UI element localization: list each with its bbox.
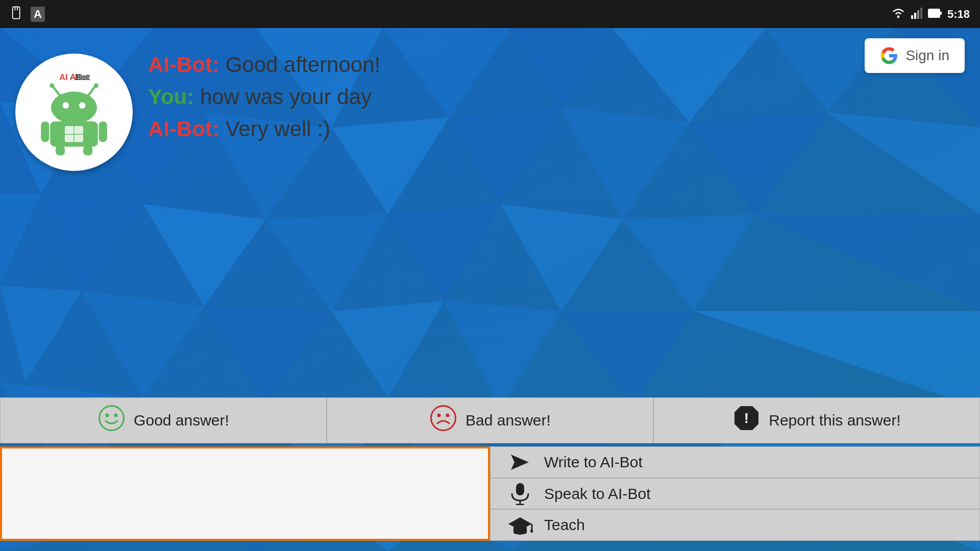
svg-rect-64 — [41, 121, 49, 142]
avatar: AI - Bot AI - Bot — [15, 54, 133, 171]
message-text-3: Very well :) — [226, 117, 330, 141]
send-arrow-icon — [506, 452, 534, 472]
good-answer-button[interactable]: Good answer! — [0, 397, 327, 443]
microphone-icon — [506, 482, 534, 505]
svg-point-72 — [106, 413, 109, 417]
message-text-2: how was your day — [200, 85, 372, 109]
message-input[interactable] — [0, 446, 490, 541]
message-2: You: how was your day — [148, 81, 949, 113]
signin-label: Sign in — [905, 47, 949, 64]
accessibility-icon: A — [31, 7, 45, 22]
input-row: Write to AI-Bot Speak to AI-Bot — [0, 446, 980, 541]
battery-icon — [928, 7, 942, 21]
svg-rect-65 — [99, 121, 107, 142]
svg-rect-51 — [940, 12, 942, 15]
svg-rect-67 — [83, 145, 92, 156]
bad-answer-label: Bad answer! — [465, 412, 551, 429]
svg-point-60 — [51, 92, 97, 124]
svg-point-76 — [446, 413, 450, 417]
svg-rect-47 — [914, 13, 916, 19]
report-answer-button[interactable]: ! Report this answer! — [653, 397, 980, 443]
svg-rect-42 — [13, 7, 20, 18]
write-to-aibot-label: Write to AI-Bot — [544, 454, 643, 471]
svg-rect-48 — [917, 10, 919, 19]
main-content: AI - Bot AI - Bot — [0, 28, 980, 551]
messages: AI-Bot: Good afternoon! You: how was you… — [133, 43, 965, 150]
speak-to-aibot-button[interactable]: Speak to AI-Bot — [490, 478, 980, 510]
aibot-label-1: AI-Bot: — [148, 53, 219, 77]
svg-point-57 — [50, 83, 54, 88]
svg-rect-49 — [920, 8, 922, 19]
message-3: AI-Bot: Very well :) — [148, 113, 949, 145]
svg-point-45 — [897, 15, 900, 18]
svg-rect-46 — [911, 15, 913, 19]
signin-button[interactable]: Sign in — [865, 38, 965, 73]
svg-point-85 — [530, 530, 533, 533]
action-buttons-row: Good answer! Bad answer! — [0, 397, 980, 443]
you-label-1: You: — [148, 85, 194, 109]
svg-rect-66 — [56, 145, 65, 156]
status-bar: A — [0, 0, 980, 28]
bad-answer-button[interactable]: Bad answer! — [327, 397, 653, 443]
svg-point-74 — [431, 406, 456, 430]
svg-rect-80 — [516, 483, 524, 495]
wifi-icon — [891, 7, 905, 21]
svg-text:AI - Bot: AI - Bot — [59, 72, 89, 82]
google-icon — [880, 46, 898, 65]
svg-line-56 — [54, 87, 61, 96]
teach-label: Teach — [544, 516, 585, 534]
svg-point-62 — [79, 102, 86, 109]
svg-text:!: ! — [744, 410, 749, 426]
svg-point-73 — [114, 413, 118, 417]
smiley-happy-icon — [97, 404, 126, 437]
smiley-sad-icon — [429, 404, 457, 437]
svg-point-59 — [94, 83, 99, 88]
svg-point-71 — [100, 406, 124, 430]
status-bar-left: A — [10, 6, 45, 22]
svg-rect-52 — [929, 10, 939, 17]
teach-button[interactable]: Teach — [490, 509, 980, 541]
svg-line-58 — [88, 87, 95, 96]
graduation-cap-icon — [506, 515, 534, 535]
good-answer-label: Good answer! — [134, 412, 229, 429]
bottom-panel: Good answer! Bad answer! — [0, 397, 980, 551]
side-buttons: Write to AI-Bot Speak to AI-Bot — [490, 446, 980, 541]
report-answer-label: Report this answer! — [769, 412, 900, 429]
chat-area: AI - Bot AI - Bot — [0, 28, 980, 397]
message-text-1: Good afternoon! — [226, 53, 381, 77]
exclamation-octagon-icon: ! — [732, 404, 761, 437]
speak-to-aibot-label: Speak to AI-Bot — [544, 485, 650, 503]
status-bar-right: 5:18 — [891, 7, 970, 21]
svg-point-75 — [437, 413, 441, 417]
write-to-aibot-button[interactable]: Write to AI-Bot — [490, 446, 980, 478]
aibot-label-2: AI-Bot: — [148, 117, 219, 141]
message-1: AI-Bot: Good afternoon! — [148, 48, 949, 81]
status-time: 5:18 — [947, 8, 970, 21]
svg-marker-79 — [511, 455, 529, 470]
sd-card-icon — [10, 6, 24, 22]
svg-point-61 — [63, 102, 69, 109]
signal-icon — [911, 7, 923, 21]
